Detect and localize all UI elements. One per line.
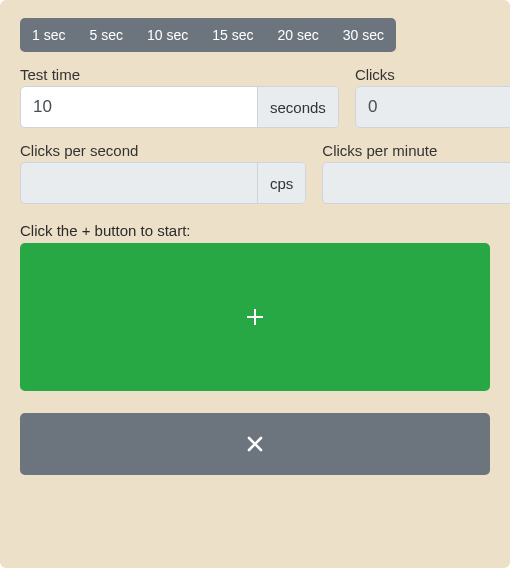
preset-20-sec[interactable]: 20 sec	[265, 18, 330, 52]
clicks-output	[356, 87, 510, 127]
preset-10-sec[interactable]: 10 sec	[135, 18, 200, 52]
test-time-group: seconds	[20, 86, 339, 128]
instruction-text: Click the + button to start:	[20, 222, 490, 239]
preset-1-sec[interactable]: 1 sec	[20, 18, 77, 52]
start-button[interactable]	[20, 243, 490, 391]
cpm-label: Clicks per minute	[322, 142, 510, 159]
plus-icon	[245, 307, 265, 327]
click-test-panel: 1 sec 5 sec 10 sec 15 sec 20 sec 30 sec …	[0, 0, 510, 568]
cps-group: cps	[20, 162, 306, 204]
test-time-suffix: seconds	[257, 87, 338, 127]
close-icon	[246, 435, 264, 453]
time-presets: 1 sec 5 sec 10 sec 15 sec 20 sec 30 sec	[20, 18, 396, 52]
cps-label: Clicks per second	[20, 142, 306, 159]
cps-suffix: cps	[257, 163, 305, 203]
cpm-group: cpm	[322, 162, 510, 204]
preset-15-sec[interactable]: 15 sec	[200, 18, 265, 52]
clicks-group	[355, 86, 510, 128]
test-time-label: Test time	[20, 66, 339, 83]
preset-5-sec[interactable]: 5 sec	[77, 18, 134, 52]
reset-button[interactable]	[20, 413, 490, 475]
cps-output	[21, 163, 257, 203]
cpm-output	[323, 163, 510, 203]
test-time-input[interactable]	[21, 87, 257, 127]
preset-30-sec[interactable]: 30 sec	[331, 18, 396, 52]
clicks-label: Clicks	[355, 66, 510, 83]
